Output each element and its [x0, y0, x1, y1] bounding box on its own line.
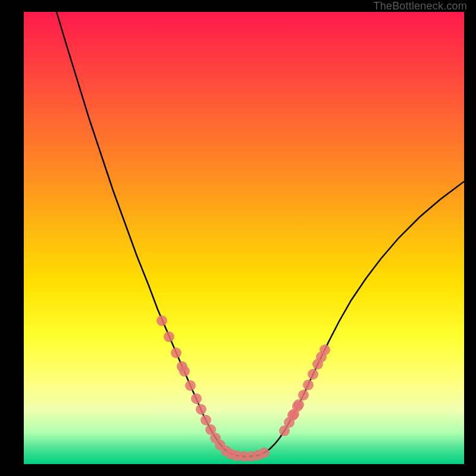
data-point [191, 393, 202, 404]
data-point [303, 380, 314, 390]
data-point [171, 347, 181, 358]
plot-area [24, 12, 464, 464]
curve-svg [24, 12, 464, 464]
data-point [196, 404, 206, 415]
data-point [259, 447, 270, 458]
data-point [156, 315, 167, 326]
chart-container: TheBottleneck.com [0, 0, 476, 476]
data-point [201, 415, 211, 425]
data-point [308, 369, 318, 380]
watermark-text: TheBottleneck.com [374, 0, 467, 12]
data-point [320, 345, 330, 355]
data-point [298, 390, 309, 400]
data-point [185, 380, 196, 391]
data-point [287, 410, 298, 421]
data-points [156, 315, 330, 462]
bottleneck-curve [57, 12, 464, 456]
data-point [179, 366, 190, 377]
data-point [164, 331, 174, 342]
